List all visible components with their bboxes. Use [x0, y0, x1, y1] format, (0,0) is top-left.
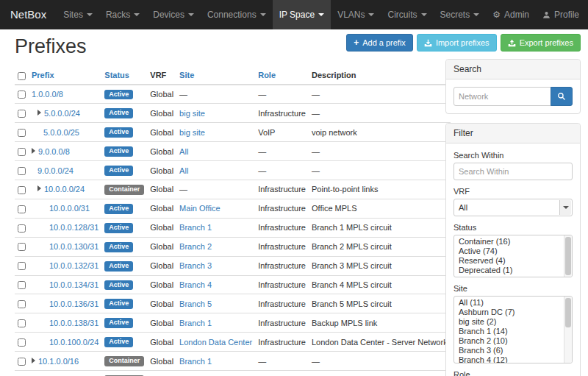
row-checkbox[interactable] [18, 148, 26, 156]
row-checkbox[interactable] [18, 129, 26, 137]
search-input[interactable] [453, 87, 551, 106]
listbox-option[interactable]: Branch 4 (12) [454, 355, 563, 363]
prefix-link[interactable]: 10.0.0.132/31 [49, 261, 98, 270]
scrollbar-thumb[interactable] [565, 237, 571, 275]
nav-item-circuits[interactable]: Circuits [381, 0, 433, 29]
row-checkbox[interactable] [18, 262, 26, 270]
prefix-cell: 1.0.0.0/8 [29, 85, 101, 104]
expand-arrow-icon [37, 185, 41, 191]
row-checkbox[interactable] [18, 186, 26, 194]
prefix-link[interactable]: 9.0.0.0/24 [37, 166, 74, 175]
nav-item-connections[interactable]: Connections [201, 0, 273, 29]
export-prefixes-button[interactable]: Export prefixes [501, 34, 581, 52]
prefix-link[interactable]: 10.0.0.0/31 [49, 204, 90, 213]
site-listbox[interactable]: All (11)Ashburn DC (7)big site (2)Branch… [453, 296, 573, 363]
search-button[interactable] [551, 87, 573, 106]
col-header-description: Description [309, 67, 451, 85]
nav-item-label: Devices [153, 10, 184, 20]
vrf-cell: Global [147, 275, 176, 294]
row-checkbox[interactable] [18, 205, 26, 213]
site-link[interactable]: big site [179, 109, 205, 118]
row-select-cell [15, 313, 29, 333]
listbox-option[interactable]: Container (16) [454, 237, 563, 246]
add-prefix-label: Add a prefix [362, 38, 406, 48]
site-link[interactable]: Branch 1 [179, 223, 212, 232]
listbox-option[interactable]: Active (74) [454, 246, 563, 256]
status-scrollbar[interactable] [564, 235, 572, 277]
nav-item-ip-space[interactable]: IP Space [273, 0, 331, 29]
prefix-link[interactable]: 10.0.0.136/31 [49, 299, 98, 308]
search-within-input[interactable] [453, 163, 573, 180]
table-row: 10.0.0.130/31ActiveGlobalBranch 2Infrast… [15, 237, 451, 256]
listbox-option[interactable]: Branch 2 (10) [454, 336, 563, 346]
site-link[interactable]: London Data Center [179, 338, 252, 347]
nav-item-admin[interactable]: ⚙Admin [486, 0, 536, 29]
scrollbar-thumb[interactable] [565, 298, 571, 327]
vrf-select[interactable]: All [453, 199, 573, 216]
row-checkbox[interactable] [18, 281, 26, 289]
row-checkbox[interactable] [18, 167, 26, 175]
vrf-cell: Global [147, 142, 176, 161]
prefix-link[interactable]: 5.0.0.0/25 [43, 128, 79, 137]
site-link[interactable]: Branch 1 [179, 319, 212, 327]
col-header-link[interactable]: Status [104, 71, 129, 79]
nav-item-vlans[interactable]: VLANs [331, 0, 381, 29]
import-prefixes-button[interactable]: Import prefixes [417, 34, 497, 52]
prefix-link[interactable]: 10.0.0.128/31 [49, 223, 98, 232]
col-header-link[interactable]: Site [179, 71, 194, 79]
listbox-option[interactable]: Branch 3 (6) [454, 346, 563, 355]
site-link[interactable]: big site [179, 128, 205, 137]
col-header-link[interactable]: Role [258, 71, 276, 79]
site-link[interactable]: Branch 3 [179, 261, 212, 270]
prefix-link[interactable]: 10.0.0.130/31 [49, 242, 98, 251]
listbox-option[interactable]: All (11) [454, 298, 563, 308]
site-link[interactable]: All [179, 166, 188, 175]
status-listbox[interactable]: Container (16)Active (74)Reserved (4)Dep… [453, 235, 573, 277]
import-prefixes-label: Import prefixes [436, 38, 490, 48]
row-checkbox[interactable] [18, 358, 26, 366]
row-checkbox[interactable] [18, 338, 26, 347]
listbox-option[interactable]: Ashburn DC (7) [454, 308, 563, 317]
nav-item-secrets[interactable]: Secrets [434, 0, 487, 29]
listbox-option[interactable]: big site (2) [454, 317, 563, 327]
listbox-option[interactable]: Branch 1 (14) [454, 327, 563, 336]
site-link[interactable]: Branch 2 [179, 242, 212, 251]
nav-item-profile[interactable]: Profile [536, 0, 586, 29]
filter-panel-body: Search Within VRF All Status Container (… [446, 143, 580, 376]
prefix-link[interactable]: 9.0.0.0/8 [38, 147, 70, 156]
prefix-cell: 10.0.0.128/31 [29, 218, 101, 237]
row-checkbox[interactable] [18, 243, 26, 251]
nav-item-devices[interactable]: Devices [146, 0, 201, 29]
brand-link[interactable]: NetBox [0, 0, 57, 29]
site-link[interactable]: Branch 4 [179, 280, 212, 289]
site-link[interactable]: Main Office [179, 204, 220, 213]
prefix-cell: 9.0.0.0/8 [29, 142, 101, 161]
prefix-link[interactable]: 10.0.0.134/31 [49, 280, 98, 289]
row-checkbox[interactable] [18, 300, 26, 308]
row-checkbox[interactable] [18, 319, 26, 327]
row-checkbox[interactable] [18, 224, 26, 233]
row-checkbox[interactable] [18, 110, 26, 118]
prefix-link[interactable]: 10.1.0.0/16 [38, 357, 79, 366]
site-cell: Branch 2 [176, 237, 255, 256]
row-select-cell [15, 180, 29, 199]
site-scrollbar[interactable] [564, 297, 572, 363]
table-row: 10.0.0.136/31ActiveGlobalBranch 5Infrast… [15, 294, 451, 313]
nav-item-sites[interactable]: Sites [57, 0, 99, 29]
prefix-link[interactable]: 10.0.0.138/31 [49, 319, 98, 327]
listbox-option[interactable]: Reserved (4) [454, 256, 563, 266]
row-checkbox[interactable] [18, 91, 26, 99]
site-link[interactable]: All [179, 147, 188, 156]
prefix-link[interactable]: 10.0.100.0/24 [49, 338, 98, 347]
prefix-link[interactable]: 5.0.0.0/24 [44, 109, 80, 118]
prefix-link[interactable]: 1.0.0.0/8 [32, 90, 63, 99]
nav-item-racks[interactable]: Racks [99, 0, 146, 29]
select-all-checkbox[interactable] [18, 72, 26, 80]
prefix-link[interactable]: 10.0.0.0/24 [44, 185, 85, 194]
site-link[interactable]: Branch 5 [179, 299, 212, 308]
col-header-link[interactable]: Prefix [32, 71, 54, 79]
add-prefix-button[interactable]: + Add a prefix [346, 34, 413, 52]
chevron-down-icon [134, 13, 140, 16]
listbox-option[interactable]: Deprecated (1) [454, 266, 563, 275]
site-link[interactable]: Branch 1 [179, 357, 212, 366]
